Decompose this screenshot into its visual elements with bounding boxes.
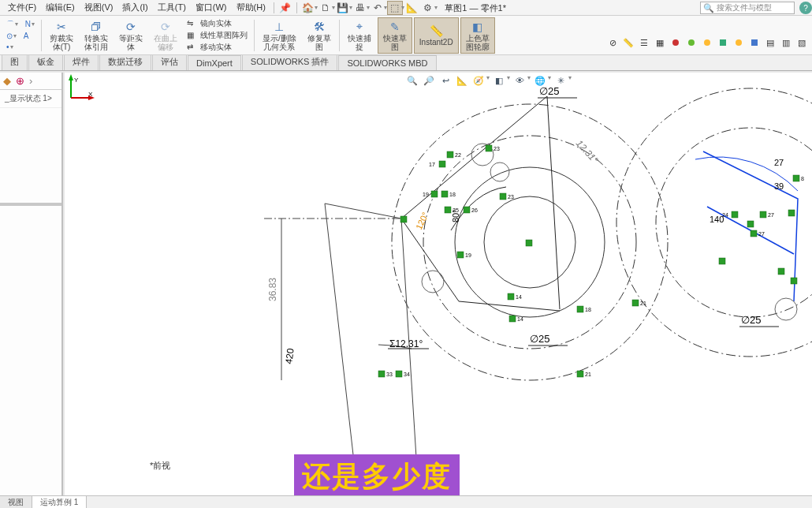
svg-rect-25: [500, 193, 506, 200]
save-icon[interactable]: 💾: [335, 1, 351, 15]
instant2d-button[interactable]: 📏Instant2D: [414, 17, 459, 54]
splitter[interactable]: [0, 203, 61, 206]
tab-evaluate[interactable]: 评估: [152, 53, 187, 70]
layers-icon[interactable]: ▤: [763, 36, 777, 49]
quick-snap-button[interactable]: ⌖快速捕捉: [343, 17, 376, 54]
tool-icon[interactable]: ⊘: [605, 36, 620, 49]
svg-rect-39: [632, 300, 639, 306]
menu-edit[interactable]: 编辑(E): [41, 0, 80, 15]
rapid-sketch-button[interactable]: ✎快速草图: [378, 17, 412, 54]
menu-window[interactable]: 窗口(W): [191, 0, 232, 15]
menu-insert[interactable]: 插入(I): [117, 0, 152, 15]
trim-icon: ✂: [54, 20, 69, 34]
svg-line-6: [547, 96, 560, 309]
svg-rect-60: [431, 191, 438, 197]
convert-icon: 🗇: [88, 20, 104, 34]
svg-text:X: X: [88, 91, 93, 98]
status-yellow-icon[interactable]: [700, 36, 714, 49]
rebuild-icon[interactable]: 📐: [404, 1, 420, 15]
separator: [339, 20, 340, 51]
view-triad[interactable]: YX: [65, 73, 96, 104]
options-icon[interactable]: ⚙: [420, 1, 436, 15]
pushpin-icon[interactable]: 📌: [277, 1, 293, 15]
help-icon[interactable]: ?: [799, 2, 812, 14]
tab-mbd[interactable]: SOLIDWORKS MBD: [338, 55, 436, 70]
feature-tree-icon[interactable]: ◆: [3, 75, 11, 87]
svg-line-12: [325, 204, 401, 219]
search-input[interactable]: 🔍 搜索文件与模型: [700, 2, 795, 14]
move-icon[interactable]: ⇄: [187, 43, 198, 52]
status-green-icon[interactable]: [684, 36, 698, 49]
svg-text:18: 18: [449, 192, 456, 197]
instant2d-icon: 📏: [428, 24, 444, 38]
tab-data-migration[interactable]: 数据迁移: [99, 53, 151, 70]
svg-text:21: 21: [585, 372, 591, 377]
undo-icon[interactable]: ↶: [370, 1, 386, 15]
repair-icon: 🛠: [311, 20, 327, 34]
pattern-icon[interactable]: ▦: [187, 31, 198, 40]
chevron-right-icon[interactable]: ›: [29, 75, 32, 87]
status-red-icon[interactable]: [669, 36, 683, 49]
new-doc-icon[interactable]: 🏠: [300, 1, 316, 15]
svg-rect-21: [447, 151, 453, 158]
text-icon[interactable]: A: [24, 32, 29, 40]
svg-text:27: 27: [758, 231, 765, 237]
separator: [41, 20, 42, 51]
display-relations-button[interactable]: ⊥显示/删除几何关系: [258, 17, 301, 54]
arc-icon[interactable]: ⌒: [6, 19, 14, 30]
menu-help[interactable]: 帮助(H): [232, 0, 270, 15]
pattern-label[interactable]: 线性草图阵列: [200, 30, 248, 41]
convert-entities-button[interactable]: 🗇转换实体引用: [80, 17, 113, 54]
point-icon[interactable]: •: [6, 43, 9, 51]
display-manager-icon[interactable]: ⊕: [16, 75, 24, 87]
select-icon[interactable]: ⬚: [387, 1, 403, 15]
dim-140: 140: [710, 215, 724, 224]
tab-weldments[interactable]: 焊件: [64, 53, 99, 70]
svg-rect-23: [439, 161, 445, 167]
mirror-label[interactable]: 镜向实体: [200, 18, 232, 29]
dim-39: 39: [774, 181, 784, 191]
svg-text:21: 21: [640, 301, 646, 306]
offset-on-surface-button[interactable]: ⟳在曲上偏移: [149, 17, 182, 54]
open-icon[interactable]: 🗋: [318, 1, 333, 15]
dropdown-icon[interactable]: ▾: [434, 4, 438, 11]
tab-sketch[interactable]: 图: [2, 53, 28, 70]
filter-icon[interactable]: ☰: [637, 36, 651, 49]
svg-line-14: [325, 204, 356, 483]
menu-view[interactable]: 视图(V): [80, 0, 118, 15]
filter-icon[interactable]: ▦: [653, 36, 667, 49]
status-blue-icon[interactable]: [747, 36, 762, 49]
status-green2-icon[interactable]: [716, 36, 730, 49]
repair-sketch-button[interactable]: 🛠修复草图: [303, 17, 336, 54]
svg-rect-55: [719, 258, 725, 264]
status-bar: 视图 运动算例 1: [0, 495, 812, 508]
print-icon[interactable]: 🖶: [352, 1, 368, 15]
move-label[interactable]: 移动实体: [200, 42, 232, 53]
menu-file[interactable]: 文件(F): [3, 0, 41, 15]
svg-rect-27: [445, 207, 451, 213]
svg-text:27: 27: [768, 212, 774, 218]
status-yellow2-icon[interactable]: [732, 36, 746, 49]
circle-icon[interactable]: ⊙: [6, 32, 13, 40]
snap-icon: ⌖: [352, 20, 367, 34]
tab-sheetmetal[interactable]: 钣金: [28, 53, 63, 70]
ruler-icon[interactable]: 📏: [621, 36, 635, 49]
ribbon: ⌒▾ N▾ ⊙▾ A •▾ ✂剪裁实体(T) 🗇转换实体引用 ⟳等距实体 ⟳在曲…: [0, 16, 812, 55]
status-tab-motion[interactable]: 运动算例 1: [32, 496, 87, 509]
tab-dimxpert[interactable]: DimXpert: [188, 55, 241, 70]
menu-tools[interactable]: 工具(T): [153, 0, 191, 15]
svg-rect-47: [747, 221, 754, 227]
svg-rect-19: [526, 240, 532, 246]
shaded-sketch-button[interactable]: ◧上色草图轮廓: [460, 17, 495, 54]
more-icon[interactable]: ▧: [795, 36, 809, 49]
graphics-area[interactable]: 🔍 🔎 ↩ 📐 🧭▾ ◧▾ 👁▾ 🌐▾ ✳▾: [65, 73, 812, 495]
dim-420: 420: [283, 347, 296, 364]
trim-button[interactable]: ✂剪裁实体(T): [45, 17, 78, 54]
more-icon[interactable]: ▥: [779, 36, 793, 49]
spline-icon[interactable]: N: [25, 20, 31, 28]
tab-addins[interactable]: SOLIDWORKS 插件: [242, 53, 338, 70]
sketch-entities-group: ⌒▾ N▾ ⊙▾ A •▾: [3, 17, 38, 54]
offset-entities-button[interactable]: ⟳等距实体: [114, 17, 147, 54]
status-tab-view[interactable]: 视图: [0, 496, 32, 509]
mirror-icon[interactable]: ⇋: [187, 19, 198, 28]
